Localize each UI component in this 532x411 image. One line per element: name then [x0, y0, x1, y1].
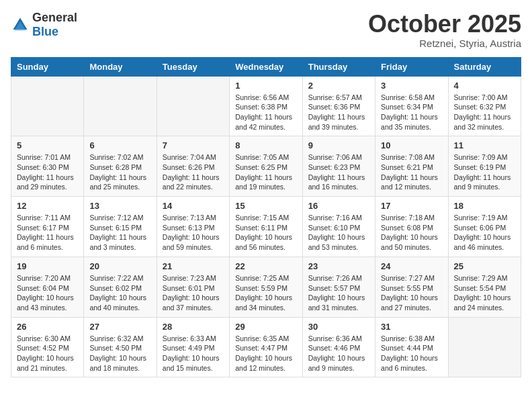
day-info: Sunrise: 7:02 AM Sunset: 6:28 PM Dayligh…: [89, 152, 150, 192]
day-info: Sunrise: 7:05 AM Sunset: 6:25 PM Dayligh…: [235, 152, 296, 192]
day-info: Sunrise: 7:00 AM Sunset: 6:32 PM Dayligh…: [454, 93, 515, 132]
calendar-cell: 14Sunrise: 7:13 AM Sunset: 6:13 PM Dayli…: [157, 197, 229, 257]
page-header: General Blue October 2025 Retznei, Styri…: [11, 11, 521, 49]
day-number: 26: [17, 322, 78, 332]
calendar-cell: 2Sunrise: 6:57 AM Sunset: 6:36 PM Daylig…: [302, 76, 375, 136]
calendar-cell: 16Sunrise: 7:16 AM Sunset: 6:10 PM Dayli…: [302, 197, 375, 257]
day-info: Sunrise: 6:35 AM Sunset: 4:47 PM Dayligh…: [235, 334, 296, 373]
calendar-cell: 19Sunrise: 7:20 AM Sunset: 6:04 PM Dayli…: [11, 257, 84, 317]
week-row-1: 1Sunrise: 6:56 AM Sunset: 6:38 PM Daylig…: [11, 76, 521, 136]
day-number: 27: [89, 322, 150, 332]
day-info: Sunrise: 7:12 AM Sunset: 6:15 PM Dayligh…: [89, 213, 150, 253]
day-number: 29: [235, 322, 296, 332]
calendar-cell: 25Sunrise: 7:29 AM Sunset: 5:54 PM Dayli…: [448, 257, 521, 317]
day-number: 23: [308, 261, 369, 271]
calendar-table: SundayMondayTuesdayWednesdayThursdayFrid…: [11, 57, 521, 378]
day-info: Sunrise: 7:13 AM Sunset: 6:13 PM Dayligh…: [163, 213, 224, 253]
calendar-cell: 10Sunrise: 7:08 AM Sunset: 6:21 PM Dayli…: [375, 136, 448, 197]
location: Retznei, Styria, Austria: [368, 38, 521, 49]
weekday-header-row: SundayMondayTuesdayWednesdayThursdayFrid…: [11, 57, 521, 76]
day-number: 9: [308, 140, 369, 150]
calendar-cell: 4Sunrise: 7:00 AM Sunset: 6:32 PM Daylig…: [448, 76, 521, 136]
day-number: 25: [454, 261, 515, 271]
calendar-cell: 1Sunrise: 6:56 AM Sunset: 6:38 PM Daylig…: [230, 76, 302, 136]
logo-blue: Blue: [32, 25, 58, 38]
weekday-header-thursday: Thursday: [302, 57, 375, 76]
calendar-cell: 18Sunrise: 7:19 AM Sunset: 6:06 PM Dayli…: [448, 197, 521, 257]
day-info: Sunrise: 6:57 AM Sunset: 6:36 PM Dayligh…: [308, 93, 369, 132]
day-number: 19: [17, 261, 78, 271]
calendar-cell: 26Sunrise: 6:30 AM Sunset: 4:52 PM Dayli…: [11, 317, 84, 377]
day-info: Sunrise: 6:58 AM Sunset: 6:34 PM Dayligh…: [381, 93, 442, 132]
day-number: 18: [454, 201, 515, 211]
day-info: Sunrise: 7:08 AM Sunset: 6:21 PM Dayligh…: [381, 152, 442, 192]
day-number: 7: [163, 140, 224, 150]
calendar-cell: 13Sunrise: 7:12 AM Sunset: 6:15 PM Dayli…: [84, 197, 157, 257]
day-info: Sunrise: 7:22 AM Sunset: 6:02 PM Dayligh…: [89, 273, 150, 313]
day-number: 4: [454, 81, 515, 91]
day-number: 10: [381, 140, 442, 150]
week-row-4: 19Sunrise: 7:20 AM Sunset: 6:04 PM Dayli…: [11, 257, 521, 317]
day-info: Sunrise: 7:16 AM Sunset: 6:10 PM Dayligh…: [308, 213, 369, 253]
calendar-cell: 6Sunrise: 7:02 AM Sunset: 6:28 PM Daylig…: [84, 136, 157, 197]
day-number: 22: [235, 261, 296, 271]
calendar-cell: 20Sunrise: 7:22 AM Sunset: 6:02 PM Dayli…: [84, 257, 157, 317]
day-number: 16: [308, 201, 369, 211]
calendar-cell: 3Sunrise: 6:58 AM Sunset: 6:34 PM Daylig…: [375, 76, 448, 136]
calendar-cell: 15Sunrise: 7:15 AM Sunset: 6:11 PM Dayli…: [230, 197, 302, 257]
week-row-5: 26Sunrise: 6:30 AM Sunset: 4:52 PM Dayli…: [11, 317, 521, 377]
week-row-2: 5Sunrise: 7:01 AM Sunset: 6:30 PM Daylig…: [11, 136, 521, 197]
month-title: October 2025: [368, 11, 521, 38]
weekday-header-monday: Monday: [84, 57, 157, 76]
calendar-cell: 9Sunrise: 7:06 AM Sunset: 6:23 PM Daylig…: [302, 136, 375, 197]
day-info: Sunrise: 7:15 AM Sunset: 6:11 PM Dayligh…: [235, 213, 296, 253]
day-number: 30: [308, 322, 369, 332]
calendar-cell: [448, 317, 521, 377]
day-number: 21: [163, 261, 224, 271]
day-number: 12: [17, 201, 78, 211]
calendar-cell: [11, 76, 84, 136]
calendar-cell: 27Sunrise: 6:32 AM Sunset: 4:50 PM Dayli…: [84, 317, 157, 377]
day-info: Sunrise: 6:33 AM Sunset: 4:49 PM Dayligh…: [163, 334, 224, 373]
day-number: 14: [163, 201, 224, 211]
day-number: 15: [235, 201, 296, 211]
calendar-cell: 5Sunrise: 7:01 AM Sunset: 6:30 PM Daylig…: [11, 136, 84, 197]
day-info: Sunrise: 7:27 AM Sunset: 5:55 PM Dayligh…: [381, 273, 442, 313]
day-info: Sunrise: 6:56 AM Sunset: 6:38 PM Dayligh…: [235, 93, 296, 132]
day-info: Sunrise: 7:29 AM Sunset: 5:54 PM Dayligh…: [454, 273, 515, 313]
calendar-cell: 31Sunrise: 6:38 AM Sunset: 4:44 PM Dayli…: [375, 317, 448, 377]
day-number: 13: [89, 201, 150, 211]
day-number: 1: [235, 81, 296, 91]
day-info: Sunrise: 7:11 AM Sunset: 6:17 PM Dayligh…: [17, 213, 78, 253]
calendar-cell: 7Sunrise: 7:04 AM Sunset: 6:26 PM Daylig…: [157, 136, 229, 197]
calendar-cell: 12Sunrise: 7:11 AM Sunset: 6:17 PM Dayli…: [11, 197, 84, 257]
calendar-cell: 11Sunrise: 7:09 AM Sunset: 6:19 PM Dayli…: [448, 136, 521, 197]
day-number: 8: [235, 140, 296, 150]
day-info: Sunrise: 7:18 AM Sunset: 6:08 PM Dayligh…: [381, 213, 442, 253]
day-number: 24: [381, 261, 442, 271]
day-info: Sunrise: 7:06 AM Sunset: 6:23 PM Dayligh…: [308, 152, 369, 192]
day-number: 3: [381, 81, 442, 91]
day-info: Sunrise: 7:01 AM Sunset: 6:30 PM Dayligh…: [17, 152, 78, 192]
title-block: October 2025 Retznei, Styria, Austria: [368, 11, 521, 49]
day-info: Sunrise: 7:09 AM Sunset: 6:19 PM Dayligh…: [454, 152, 515, 192]
day-number: 5: [17, 140, 78, 150]
day-info: Sunrise: 7:26 AM Sunset: 5:57 PM Dayligh…: [308, 273, 369, 313]
day-number: 11: [454, 140, 515, 150]
day-number: 28: [163, 322, 224, 332]
calendar-cell: 17Sunrise: 7:18 AM Sunset: 6:08 PM Dayli…: [375, 197, 448, 257]
day-info: Sunrise: 7:23 AM Sunset: 6:01 PM Dayligh…: [163, 273, 224, 313]
day-info: Sunrise: 7:04 AM Sunset: 6:26 PM Dayligh…: [163, 152, 224, 192]
weekday-header-sunday: Sunday: [11, 57, 84, 76]
day-info: Sunrise: 7:19 AM Sunset: 6:06 PM Dayligh…: [454, 213, 515, 253]
calendar-cell: 22Sunrise: 7:25 AM Sunset: 5:59 PM Dayli…: [230, 257, 302, 317]
calendar-cell: 24Sunrise: 7:27 AM Sunset: 5:55 PM Dayli…: [375, 257, 448, 317]
calendar-cell: 30Sunrise: 6:36 AM Sunset: 4:46 PM Dayli…: [302, 317, 375, 377]
day-info: Sunrise: 7:25 AM Sunset: 5:59 PM Dayligh…: [235, 273, 296, 313]
weekday-header-friday: Friday: [375, 57, 448, 76]
logo: General Blue: [11, 11, 77, 39]
day-number: 20: [89, 261, 150, 271]
logo-icon: [11, 15, 30, 34]
calendar-cell: 21Sunrise: 7:23 AM Sunset: 6:01 PM Dayli…: [157, 257, 229, 317]
calendar-cell: [84, 76, 157, 136]
